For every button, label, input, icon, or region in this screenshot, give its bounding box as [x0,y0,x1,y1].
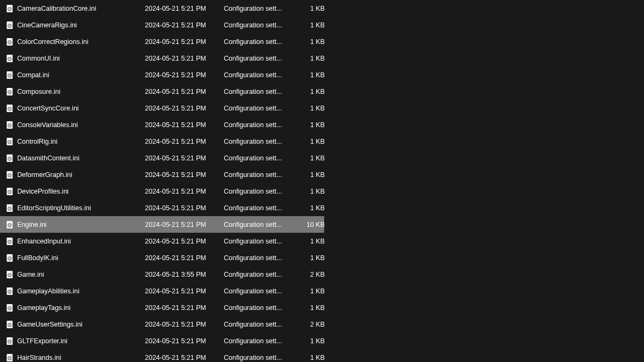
file-type: Configuration sett... [224,221,294,228]
file-list[interactable]: CameraCalibrationCore.ini2024-05-21 5:21… [0,0,324,362]
ini-file-icon [5,270,14,279]
file-date-modified: 2024-05-21 5:21 PM [145,121,224,129]
ini-file-icon [5,237,14,246]
file-size: 1 KB [294,55,327,62]
file-name: DeformerGraph.ini [17,171,145,179]
file-size: 1 KB [294,304,327,312]
file-size: 1 KB [294,188,327,195]
file-row[interactable]: Engine.ini2024-05-21 5:21 PMConfiguratio… [0,216,324,233]
file-name: FullBodyIK.ini [17,254,145,262]
file-row[interactable]: GameplayTags.ini2024-05-21 5:21 PMConfig… [0,299,324,316]
svg-point-59 [9,324,10,326]
file-size: 1 KB [294,154,327,162]
file-row[interactable]: ColorCorrectRegions.ini2024-05-21 5:21 P… [0,33,324,50]
file-name: ControlRig.ini [17,138,145,145]
file-date-modified: 2024-05-21 5:21 PM [145,337,224,345]
file-name: Engine.ini [17,221,145,228]
ini-file-icon [5,154,14,162]
file-date-modified: 2024-05-21 5:21 PM [145,304,224,312]
file-row[interactable]: GameUserSettings.ini2024-05-21 5:21 PMCo… [0,316,324,333]
ini-file-icon [5,137,14,146]
file-size: 1 KB [294,254,327,262]
file-name: Compat.ini [17,71,145,79]
file-size: 1 KB [294,337,327,345]
file-date-modified: 2024-05-21 5:21 PM [145,55,224,62]
file-type: Configuration sett... [224,55,294,62]
file-size: 1 KB [294,88,327,95]
file-size: 1 KB [294,71,327,79]
file-size: 1 KB [294,105,327,112]
file-type: Configuration sett... [224,271,294,278]
file-type: Configuration sett... [224,304,294,312]
file-size: 1 KB [294,238,327,245]
file-row[interactable]: CommonUI.ini2024-05-21 5:21 PMConfigurat… [0,50,324,67]
file-size: 1 KB [294,138,327,145]
file-row[interactable]: FullBodyIK.ini2024-05-21 5:21 PMConfigur… [0,249,324,266]
file-row[interactable]: Compat.ini2024-05-21 5:21 PMConfiguratio… [0,67,324,83]
file-size: 10 KB [294,221,327,228]
file-row[interactable]: GameplayAbilities.ini2024-05-21 5:21 PMC… [0,283,324,299]
svg-point-38 [9,208,10,209]
svg-point-44 [9,241,10,242]
file-row[interactable]: DeviceProfiles.ini2024-05-21 5:21 PMConf… [0,183,324,200]
file-row[interactable]: EditorScriptingUtilities.ini2024-05-21 5… [0,200,324,216]
svg-point-14 [9,75,10,76]
file-row[interactable]: ConsoleVariables.ini2024-05-21 5:21 PMCo… [0,116,324,133]
file-date-modified: 2024-05-21 5:21 PM [145,287,224,295]
svg-point-47 [9,258,10,259]
file-name: HairStrands.ini [17,354,145,361]
svg-point-56 [9,308,10,309]
file-row[interactable]: DeformerGraph.ini2024-05-21 5:21 PMConfi… [0,166,324,183]
ini-file-icon [5,204,14,212]
svg-point-29 [9,158,10,159]
file-name: GameplayTags.ini [17,304,145,312]
file-row[interactable]: CameraCalibrationCore.ini2024-05-21 5:21… [0,0,324,17]
file-type: Configuration sett... [224,287,294,295]
file-type: Configuration sett... [224,71,294,79]
ini-file-icon [5,21,14,29]
file-row[interactable]: Game.ini2024-05-21 3:55 PMConfiguration … [0,266,324,283]
file-type: Configuration sett... [224,21,294,29]
file-row[interactable]: HairStrands.ini2024-05-21 5:21 PMConfigu… [0,349,324,362]
svg-point-65 [9,358,10,359]
file-type: Configuration sett... [224,5,294,12]
file-size: 1 KB [294,354,327,361]
ini-file-icon [5,254,14,262]
file-row[interactable]: GLTFExporter.ini2024-05-21 5:21 PMConfig… [0,333,324,349]
file-date-modified: 2024-05-21 5:21 PM [145,171,224,179]
svg-point-23 [9,125,10,126]
file-name: DatasmithContent.ini [17,154,145,162]
file-row[interactable]: Composure.ini2024-05-21 5:21 PMConfigura… [0,83,324,100]
file-size: 1 KB [294,5,327,12]
file-row[interactable]: ConcertSyncCore.ini2024-05-21 5:21 PMCon… [0,100,324,116]
ini-file-icon [5,38,14,46]
ini-file-icon [5,187,14,196]
file-row[interactable]: DatasmithContent.ini2024-05-21 5:21 PMCo… [0,150,324,166]
ini-file-icon [5,353,14,362]
svg-point-5 [9,25,10,26]
file-name: EditorScriptingUtilities.ini [17,204,145,212]
file-date-modified: 2024-05-21 5:21 PM [145,254,224,262]
file-name: Game.ini [17,271,145,278]
file-name: GameplayAbilities.ini [17,287,145,295]
file-size: 2 KB [294,271,327,278]
ini-file-icon [5,171,14,179]
ini-file-icon [5,337,14,345]
file-date-modified: 2024-05-21 5:21 PM [145,38,224,46]
file-row[interactable]: ControlRig.ini2024-05-21 5:21 PMConfigur… [0,133,324,150]
file-size: 1 KB [294,204,327,212]
file-date-modified: 2024-05-21 3:55 PM [145,271,224,278]
file-date-modified: 2024-05-21 5:21 PM [145,188,224,195]
ini-file-icon [5,121,14,129]
file-row[interactable]: CineCameraRigs.ini2024-05-21 5:21 PMConf… [0,17,324,33]
file-row[interactable]: EnhancedInput.ini2024-05-21 5:21 PMConfi… [0,233,324,249]
file-date-modified: 2024-05-21 5:21 PM [145,5,224,12]
file-type: Configuration sett... [224,105,294,112]
file-date-modified: 2024-05-21 5:21 PM [145,105,224,112]
file-type: Configuration sett... [224,121,294,129]
file-type: Configuration sett... [224,171,294,179]
file-date-modified: 2024-05-21 5:21 PM [145,88,224,95]
file-size: 1 KB [294,21,327,29]
svg-point-41 [9,225,10,226]
file-date-modified: 2024-05-21 5:21 PM [145,138,224,145]
